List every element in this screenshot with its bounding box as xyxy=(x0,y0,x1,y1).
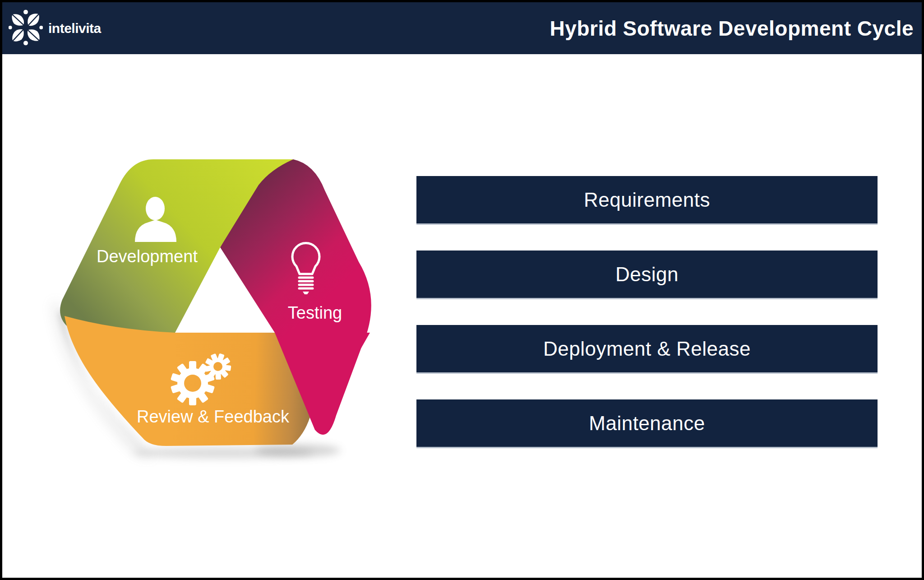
infographic-canvas: intelivita Hybrid Software Development C… xyxy=(0,0,924,580)
stage-bar-maintenance: Maintenance xyxy=(416,399,878,448)
header-bar: intelivita Hybrid Software Development C… xyxy=(2,2,922,54)
cycle-diagram: Development Testing Review & Feedback xyxy=(36,111,397,467)
stage-label: Deployment & Release xyxy=(543,338,751,360)
intelivita-logo-icon xyxy=(9,9,43,47)
stage-bar-requirements: Requirements xyxy=(416,176,878,225)
testing-label: Testing xyxy=(288,303,342,322)
stage-bar-design: Design xyxy=(416,251,878,299)
stage-label: Maintenance xyxy=(589,412,705,435)
stage-label: Requirements xyxy=(584,189,710,211)
brand: intelivita xyxy=(9,9,101,47)
stage-list: Requirements Design Deployment & Release… xyxy=(416,176,878,474)
development-label: Development xyxy=(97,247,198,266)
review-feedback-label: Review & Feedback xyxy=(137,407,290,426)
stage-label: Design xyxy=(615,263,679,286)
stage-bar-deployment-release: Deployment & Release xyxy=(416,325,878,374)
page-title: Hybrid Software Development Cycle xyxy=(550,16,914,41)
brand-name: intelivita xyxy=(48,21,101,36)
